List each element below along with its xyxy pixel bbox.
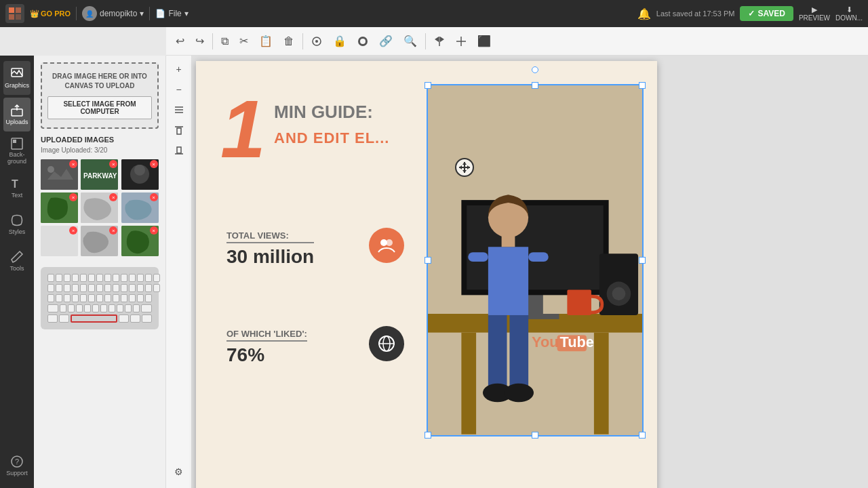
key <box>117 304 123 312</box>
arrange-button[interactable] <box>307 33 326 49</box>
more-options-button[interactable]: ⬛ <box>473 32 495 50</box>
stat2-icon-circle <box>369 326 404 361</box>
app-logo <box>5 4 24 23</box>
undo-button[interactable]: ↩ <box>172 32 189 50</box>
preview-button[interactable]: ▶ PREVIEW <box>799 5 830 22</box>
svg-text:?: ? <box>15 458 19 466</box>
sidebar-item-styles[interactable]: Styles <box>3 207 31 241</box>
canvas-zoom-out-button[interactable]: − <box>169 80 189 99</box>
canvas-area[interactable]: + − ⚙ 1 MIN GUIDE: AND EDIT EL... <box>166 56 868 488</box>
resize-handle-tl[interactable] <box>425 82 431 89</box>
flip-button[interactable] <box>430 33 449 49</box>
svg-rect-59 <box>509 315 528 389</box>
delete-button[interactable]: 🗑 <box>279 33 298 50</box>
cut-button[interactable]: ✂ <box>235 32 252 50</box>
drop-zone-text: DRAG IMAGE HERE OR INTO CANVAS TO UPLOAD <box>47 72 152 91</box>
lock-button[interactable]: 🔒 <box>329 32 351 50</box>
image-thumb-4[interactable]: × <box>41 192 78 223</box>
sidebar-item-support[interactable]: ? Support <box>3 449 31 483</box>
svg-rect-47 <box>461 333 476 434</box>
image-thumb-2[interactable]: × PARKWAY <box>81 159 118 190</box>
spacebar-key[interactable] <box>71 314 117 323</box>
key <box>130 314 140 323</box>
redo-button[interactable]: ↪ <box>191 32 208 50</box>
image-thumb-8[interactable]: × <box>81 226 118 256</box>
key <box>104 294 111 302</box>
file-menu-button[interactable]: 📄 File ▾ <box>155 9 188 18</box>
keyboard-preview <box>41 267 159 329</box>
sidebar-item-text[interactable]: T Text <box>3 171 31 205</box>
image-thumb-1[interactable]: × <box>41 159 78 190</box>
canvas-zoom-in-button[interactable]: + <box>169 60 189 79</box>
remove-image-3-button[interactable]: × <box>150 160 158 168</box>
zoom-button[interactable]: 🔍 <box>399 32 421 50</box>
svg-rect-65 <box>528 252 549 262</box>
svg-marker-9 <box>435 37 439 42</box>
user-menu-button[interactable]: 👤 demopikto ▾ <box>82 6 144 21</box>
resize-handle-tr[interactable] <box>639 82 646 89</box>
canvas-distribute-button[interactable] <box>169 141 189 160</box>
image-thumb-3[interactable]: × <box>121 159 159 190</box>
image-thumb-6[interactable]: × <box>121 192 159 223</box>
image-thumb-9[interactable]: × <box>121 226 159 256</box>
key <box>56 284 62 292</box>
image-thumb-7[interactable]: × <box>41 226 78 256</box>
svg-text:You: You <box>532 333 558 350</box>
select-image-button[interactable]: SELECT IMAGE FROM COMPUTER <box>47 96 152 119</box>
svg-point-55 <box>612 287 626 301</box>
illustration-svg: You Tube <box>428 85 642 435</box>
link-button[interactable]: 🔗 <box>375 32 397 50</box>
key <box>121 294 127 302</box>
saved-button[interactable]: ✓ SAVED <box>740 6 793 21</box>
upload-drop-zone[interactable]: DRAG IMAGE HERE OR INTO CANVAS TO UPLOAD… <box>41 62 159 129</box>
svg-rect-64 <box>468 252 488 262</box>
key <box>47 284 54 292</box>
remove-image-7-button[interactable]: × <box>69 226 77 235</box>
key <box>113 274 119 282</box>
remove-image-1-button[interactable]: × <box>69 160 77 168</box>
top-bar: 👑 GO PRO 👤 demopikto ▾ 📄 File ▾ 🔔 Last s… <box>0 0 868 27</box>
svg-rect-1 <box>16 7 21 13</box>
key <box>59 314 69 323</box>
image-thumb-5[interactable]: × <box>81 192 118 223</box>
resize-handle-bc[interactable] <box>532 432 538 439</box>
resize-handle-lc[interactable] <box>425 257 431 264</box>
sidebar-item-background[interactable]: Back-ground <box>3 134 31 168</box>
resize-handle-tc[interactable] <box>532 82 538 89</box>
resize-handle-bl[interactable] <box>425 432 431 439</box>
saved-timestamp: Last saved at 17:53 PM <box>656 9 735 18</box>
svg-rect-16 <box>13 140 16 143</box>
mask-button[interactable] <box>353 33 372 49</box>
key <box>96 284 103 292</box>
design-canvas[interactable]: 1 MIN GUIDE: AND EDIT EL... HOW TO ADD E… <box>196 61 657 488</box>
remove-image-6-button[interactable]: × <box>150 193 158 201</box>
key <box>92 304 99 312</box>
canvas-list-button[interactable] <box>169 100 189 119</box>
key <box>113 284 119 292</box>
svg-rect-0 <box>9 7 14 13</box>
canvas-title-line1: MIN GUIDE: <box>274 98 373 123</box>
uploads-panel: DRAG IMAGE HERE OR INTO CANVAS TO UPLOAD… <box>34 56 166 488</box>
key <box>113 294 119 302</box>
image-grid: × × PARKWAY × × × × <box>41 159 159 256</box>
sidebar-item-graphics[interactable]: Graphics <box>3 61 31 95</box>
canvas-settings-button[interactable]: ⚙ <box>169 462 189 481</box>
key <box>121 284 127 292</box>
remove-image-4-button[interactable]: × <box>69 193 77 201</box>
resize-handle-rc[interactable] <box>639 257 646 264</box>
canvas-align-top-button[interactable] <box>169 121 189 140</box>
sidebar-item-tools[interactable]: Tools <box>3 244 31 278</box>
selected-image-element[interactable]: You Tube <box>427 84 644 436</box>
sidebar-item-uploads[interactable]: Uploads <box>3 98 31 131</box>
svg-point-21 <box>47 166 54 173</box>
download-button[interactable]: ⬇ DOWN... <box>835 5 863 22</box>
center-button[interactable] <box>452 33 471 49</box>
notification-bell-icon[interactable]: 🔔 <box>637 7 651 20</box>
paste-button[interactable]: 📋 <box>255 32 277 50</box>
rotate-handle[interactable] <box>532 66 538 73</box>
go-pro-button[interactable]: 👑 GO PRO <box>30 9 71 18</box>
remove-image-9-button[interactable]: × <box>150 226 158 235</box>
resize-handle-br[interactable] <box>639 432 646 439</box>
copy-button[interactable]: ⧉ <box>217 33 233 50</box>
key <box>129 274 136 282</box>
